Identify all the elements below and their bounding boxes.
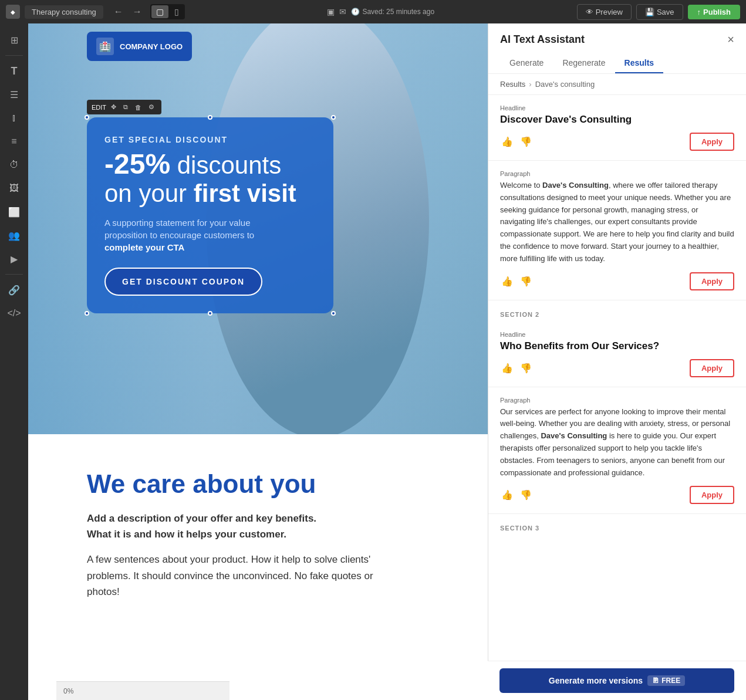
saved-status: 🕐 Saved: 25 minutes ago bbox=[351, 7, 434, 16]
headline-1-apply-button[interactable]: Apply bbox=[690, 133, 734, 151]
discount-label: GET SPECIAL DISCOUNT bbox=[104, 135, 316, 144]
history-controls: ← → bbox=[110, 5, 146, 18]
cta-button[interactable]: GET DISCOUNT COUPON bbox=[104, 268, 262, 296]
blue-card[interactable]: EDIT ✥ ⧉ 🗑 ⚙ GET SPECIAL bbox=[87, 117, 333, 313]
para-1-thumbdown[interactable]: 👎 bbox=[519, 275, 533, 288]
ai-panel-close-button[interactable]: × bbox=[727, 33, 734, 46]
mobile-view-button[interactable]: ▯ bbox=[170, 5, 184, 18]
ai-panel-title: AI Text Assistant bbox=[500, 33, 585, 46]
toolbar-center: ▣ ✉ 🕐 Saved: 25 minutes ago bbox=[190, 7, 572, 16]
para-1-thumbup[interactable]: 👍 bbox=[500, 275, 514, 288]
main-layout: ⊞ T ☰ ⫿ ≡ ⏱ 🖼 ⬜ 👥 ▶ 🔗 </> bbox=[0, 23, 746, 700]
handle-bl bbox=[85, 311, 89, 316]
para-1-label: Paragraph bbox=[500, 170, 734, 177]
page-content: 🏥 COMPANY LOGO EDIT ✥ ⧉ 🗑 ⚙ bbox=[28, 23, 488, 700]
edit-move-button[interactable]: ✥ bbox=[109, 102, 119, 112]
upload-icon: ↑ bbox=[697, 8, 701, 16]
para-2-thumbdown[interactable]: 👎 bbox=[519, 488, 533, 502]
save-icon: 💾 bbox=[645, 8, 654, 16]
sidebar-icon-columns[interactable]: ⫿ bbox=[4, 107, 25, 128]
generate-more-label: Generate more versions bbox=[549, 676, 643, 685]
section-2-desc-bold: Add a description of your offer and key … bbox=[87, 510, 392, 542]
headline-1-section: Headline Discover Dave's Consulting 👍 👎 … bbox=[488, 95, 746, 161]
handle-tr bbox=[331, 115, 336, 120]
para-1-section: Paragraph Welcome to Dave's Consulting, … bbox=[488, 161, 746, 300]
ai-tabs: Generate Regenerate Results bbox=[500, 53, 734, 73]
desktop-view-button[interactable]: ▢ bbox=[151, 5, 168, 18]
edit-delete-button[interactable]: 🗑 bbox=[133, 103, 144, 112]
para-2-text: Our services are perfect for anyone look… bbox=[500, 406, 734, 479]
tab-regenerate[interactable]: Regenerate bbox=[553, 53, 615, 73]
zoom-level: 0% bbox=[63, 687, 73, 695]
handle-br bbox=[331, 311, 336, 316]
publish-button[interactable]: ↑ Publish bbox=[688, 5, 740, 19]
redo-button[interactable]: → bbox=[129, 5, 146, 18]
headline-1-label: Headline bbox=[500, 104, 734, 111]
section-2-para: A few sentences about your product. How … bbox=[87, 552, 392, 600]
tab-generate[interactable]: Generate bbox=[500, 53, 553, 73]
page-tab[interactable]: Therapy consulting bbox=[25, 5, 103, 19]
toolbar-right: 👁 Preview 💾 Save ↑ Publish bbox=[577, 4, 740, 20]
logo-icon: 🏥 bbox=[96, 38, 114, 55]
sidebar-icon-text[interactable]: T bbox=[4, 60, 25, 82]
para-1-apply-button[interactable]: Apply bbox=[690, 272, 734, 290]
top-toolbar: ◆ Therapy consulting ← → ▢ ▯ ▣ ✉ 🕐 Saved… bbox=[0, 0, 746, 23]
headline-2-label: Headline bbox=[500, 331, 734, 338]
left-sidebar: ⊞ T ☰ ⫿ ≡ ⏱ 🖼 ⬜ 👥 ▶ 🔗 </> bbox=[0, 23, 28, 700]
edit-toolbar: EDIT ✥ ⧉ 🗑 ⚙ bbox=[87, 100, 161, 114]
sidebar-icon-code[interactable]: </> bbox=[4, 303, 25, 324]
app-logo: ◆ bbox=[6, 5, 20, 19]
headline-1-actions: 👍 👎 Apply bbox=[500, 133, 734, 151]
sidebar-divider-1 bbox=[5, 55, 23, 56]
headline-1-title: Discover Dave's Consulting bbox=[500, 114, 734, 126]
ai-breadcrumb: Results › Dave's consulting bbox=[488, 74, 746, 95]
sidebar-icon-timer[interactable]: ⏱ bbox=[4, 154, 25, 175]
save-button[interactable]: 💾 Save bbox=[636, 4, 683, 20]
discount-headline: -25% discounts on your first visit bbox=[104, 149, 316, 207]
sidebar-icon-users[interactable]: 👥 bbox=[4, 225, 25, 246]
sidebar-icon-grid[interactable]: ⊞ bbox=[4, 29, 25, 50]
edit-settings-button[interactable]: ⚙ bbox=[146, 102, 157, 112]
tab-results[interactable]: Results bbox=[615, 53, 664, 73]
headline-2-title: Who Benefits from Our Services? bbox=[500, 340, 734, 352]
generate-more-button[interactable]: Generate more versions 🖹 FREE bbox=[499, 668, 734, 693]
headline-1-thumbup[interactable]: 👍 bbox=[500, 135, 514, 148]
supporting-text: A supporting statement for your value pr… bbox=[104, 217, 316, 253]
para-2-thumbup[interactable]: 👍 bbox=[500, 488, 514, 502]
sidebar-icon-rows[interactable]: ☰ bbox=[4, 84, 25, 105]
para-2-label: Paragraph bbox=[500, 397, 734, 404]
layout-icon-button[interactable]: ▣ bbox=[327, 7, 335, 16]
mail-icon-button[interactable]: ✉ bbox=[339, 7, 346, 16]
para-2-section: Paragraph Our services are perfect for a… bbox=[488, 387, 746, 515]
headline-2-thumbup[interactable]: 👍 bbox=[500, 361, 514, 375]
handle-tc bbox=[208, 115, 212, 120]
ai-panel: AI Text Assistant × Generate Regenerate … bbox=[488, 23, 746, 700]
ai-panel-title-row: AI Text Assistant × bbox=[500, 33, 734, 46]
headline-2-apply-button[interactable]: Apply bbox=[690, 359, 734, 377]
sidebar-divider-2 bbox=[5, 274, 23, 275]
handle-bc bbox=[208, 311, 212, 316]
sidebar-icon-image[interactable]: 🖼 bbox=[4, 178, 25, 199]
section-3-divider: SECTION 3 bbox=[488, 514, 746, 535]
para-2-apply-button[interactable]: Apply bbox=[690, 486, 734, 504]
sidebar-icon-link[interactable]: 🔗 bbox=[4, 279, 25, 300]
sidebar-icon-list[interactable]: ≡ bbox=[4, 131, 25, 152]
eye-icon: 👁 bbox=[586, 8, 593, 16]
headline-2-thumbdown[interactable]: 👎 bbox=[519, 361, 533, 375]
canvas-wrapper: 🏥 COMPANY LOGO EDIT ✥ ⧉ 🗑 ⚙ bbox=[28, 23, 488, 700]
sidebar-icon-crop[interactable]: ⬜ bbox=[4, 201, 25, 222]
sidebar-icon-media[interactable]: ▶ bbox=[4, 248, 25, 269]
para-1-text: Welcome to Dave's Consulting, where we o… bbox=[500, 180, 734, 265]
edit-copy-button[interactable]: ⧉ bbox=[121, 102, 130, 112]
breadcrumb-parent[interactable]: Results bbox=[500, 80, 525, 89]
headline-1-thumbdown[interactable]: 👎 bbox=[519, 135, 533, 148]
badge-icon: 🖹 bbox=[652, 677, 659, 685]
undo-button[interactable]: ← bbox=[110, 5, 127, 18]
section-2-label: SECTION 2 bbox=[500, 311, 539, 318]
ai-results-scroll[interactable]: Headline Discover Dave's Consulting 👍 👎 … bbox=[488, 95, 746, 700]
canvas-area: 🏥 COMPANY LOGO EDIT ✥ ⧉ 🗑 ⚙ bbox=[28, 23, 488, 700]
preview-button[interactable]: 👁 Preview bbox=[577, 4, 632, 20]
ai-panel-header: AI Text Assistant × Generate Regenerate … bbox=[488, 23, 746, 74]
status-bar: 0% bbox=[56, 681, 229, 700]
device-switcher: ▢ ▯ bbox=[150, 4, 185, 19]
